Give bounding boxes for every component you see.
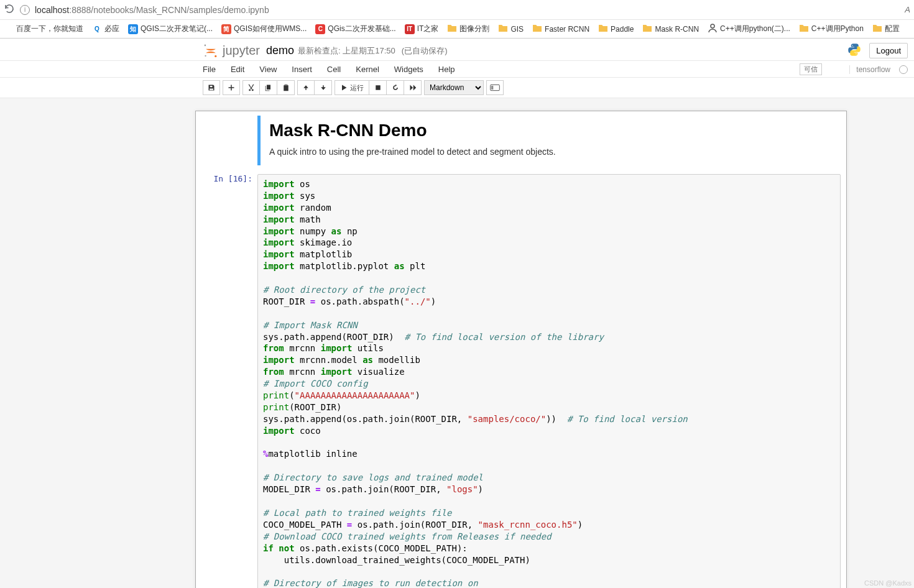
markdown-cell[interactable]: Mask R-CNN Demo A quick intro to using t…	[196, 111, 846, 170]
reload-icon[interactable]	[4, 3, 15, 16]
code-cell[interactable]: In [16]: import os import sys import ran…	[196, 170, 846, 588]
url-host: localhost	[35, 5, 69, 15]
bookmark-label: 必应	[104, 24, 119, 34]
menu-edit[interactable]: Edit	[231, 65, 244, 74]
markdown-title: Mask R-CNN Demo	[269, 121, 834, 140]
svg-rect-4	[376, 85, 381, 90]
bookmark-label: C++调用Python	[811, 24, 864, 34]
url-path: /notebooks/Mask_RCNN/samples/demo.ipynb	[91, 5, 269, 15]
notebook-background: Mask R-CNN Demo A quick intro to using t…	[0, 98, 914, 588]
bookmark-label: IT之家	[417, 24, 439, 34]
site-icon: 知	[128, 24, 138, 34]
paste-button[interactable]	[277, 80, 295, 95]
url-port: :8888	[69, 5, 91, 15]
jupyter-header: jupyter demo 最新检查点: 上星期五17:50 (已自动保存) Lo…	[0, 39, 914, 61]
move-up-button[interactable]	[297, 80, 315, 95]
kernel-status-icon	[899, 65, 908, 74]
bookmark-item[interactable]: Paddle	[598, 24, 634, 34]
bookmark-label: QGIS二次开发笔记(...	[141, 24, 213, 34]
folder-icon	[498, 24, 508, 34]
copy-button[interactable]	[260, 80, 277, 95]
ai-badge: A	[905, 5, 910, 14]
bookmark-item[interactable]: 配置	[872, 24, 900, 34]
menu-file[interactable]: File	[203, 65, 216, 74]
code-editor[interactable]: import os import sys import random impor…	[257, 174, 841, 588]
bookmark-item[interactable]: Q必应	[92, 24, 119, 34]
site-icon	[708, 23, 718, 35]
menu-cell[interactable]: Cell	[327, 65, 341, 74]
celltype-select[interactable]: CodeMarkdownRaw NBConvertHeading	[424, 80, 484, 95]
interrupt-button[interactable]	[369, 80, 387, 95]
bookmark-label: 配置	[885, 24, 900, 34]
site-icon	[4, 24, 14, 34]
bookmark-item[interactable]: 图像分割	[447, 24, 489, 34]
svg-point-2	[215, 55, 216, 57]
svg-point-1	[205, 44, 206, 46]
notebook-name[interactable]: demo	[266, 44, 294, 57]
menu-help[interactable]: Help	[438, 65, 455, 74]
folder-icon	[598, 24, 608, 34]
bookmark-label: GIS	[510, 25, 524, 34]
bookmark-item[interactable]: C++调用Python	[799, 24, 864, 34]
checkpoint-text: 最新检查点: 上星期五17:50	[298, 45, 395, 57]
site-info-icon[interactable]: i	[20, 5, 30, 15]
notebook-container: Mask R-CNN Demo A quick intro to using t…	[195, 111, 847, 588]
toolbar: 运行 CodeMarkdownRaw NBConvertHeading	[0, 78, 914, 98]
browser-address-bar: i localhost:8888/notebooks/Mask_RCNN/sam…	[0, 0, 914, 20]
bookmark-item[interactable]: ITIT之家	[405, 24, 439, 34]
menu-widgets[interactable]: Widgets	[394, 65, 423, 74]
insert-cell-button[interactable]	[223, 80, 240, 95]
autosave-text: (已自动保存)	[402, 45, 448, 57]
bookmark-item[interactable]: GIS	[498, 24, 524, 34]
bookmark-label: QGIS如何使用WMS...	[234, 24, 307, 34]
python-logo-icon	[847, 42, 862, 59]
bookmark-item[interactable]: 简QGIS如何使用WMS...	[221, 24, 307, 34]
bookmark-label: Mask R-CNN	[655, 25, 699, 34]
cut-button[interactable]	[242, 80, 260, 95]
site-icon: 简	[221, 24, 231, 34]
menu-insert[interactable]: Insert	[292, 65, 312, 74]
bookmark-item[interactable]: CQGis二次开发基础...	[315, 24, 395, 34]
bookmark-label: QGis二次开发基础...	[328, 24, 395, 34]
prompt-empty	[201, 116, 257, 165]
markdown-subtitle: A quick intro to using the pre-trained m…	[269, 147, 834, 157]
bookmark-item[interactable]: 知QGIS二次开发笔记(...	[128, 24, 213, 34]
run-label: 运行	[350, 83, 364, 93]
kernel-name[interactable]: tensorflow	[849, 65, 890, 74]
svg-point-0	[711, 24, 714, 28]
trusted-indicator[interactable]: 可信	[800, 63, 822, 75]
bookmark-label: Faster RCNN	[545, 25, 589, 34]
site-icon: Q	[92, 24, 102, 34]
command-palette-button[interactable]	[486, 80, 504, 95]
bookmark-item[interactable]: C++调用python(二)...	[708, 23, 790, 35]
watermark: CSDN @Kadxs	[864, 579, 912, 587]
jupyter-logo[interactable]: jupyter	[203, 43, 260, 59]
jupyter-brand-text: jupyter	[223, 44, 260, 58]
site-icon: IT	[405, 24, 415, 34]
svg-rect-8	[491, 88, 493, 89]
save-button[interactable]	[203, 80, 220, 95]
url-text[interactable]: localhost:8888/notebooks/Mask_RCNN/sampl…	[35, 5, 269, 15]
restart-run-all-button[interactable]	[404, 80, 422, 95]
site-icon: C	[315, 24, 325, 34]
folder-icon	[532, 24, 542, 34]
bookmark-label: 图像分割	[459, 24, 489, 34]
svg-rect-6	[491, 86, 493, 86]
menu-bar: FileEditViewInsertCellKernelWidgetsHelp …	[0, 61, 914, 78]
bookmark-item[interactable]: 百度一下，你就知道	[4, 24, 83, 34]
restart-button[interactable]	[387, 80, 404, 95]
move-down-button[interactable]	[315, 80, 332, 95]
bookmark-label: 百度一下，你就知道	[16, 24, 83, 34]
bookmark-item[interactable]: Faster RCNN	[532, 24, 589, 34]
logout-button[interactable]: Logout	[869, 43, 908, 58]
run-button[interactable]: 运行	[335, 80, 369, 95]
folder-icon	[642, 24, 652, 34]
svg-rect-7	[491, 87, 493, 88]
menu-kernel[interactable]: Kernel	[356, 65, 379, 74]
bookmark-item[interactable]: Mask R-CNN	[642, 24, 699, 34]
menu-view[interactable]: View	[259, 65, 277, 74]
bookmark-label: C++调用python(二)...	[720, 24, 790, 34]
markdown-render: Mask R-CNN Demo A quick intro to using t…	[257, 116, 841, 165]
folder-icon	[447, 24, 457, 34]
bookmarks-bar: 百度一下，你就知道Q必应知QGIS二次开发笔记(...简QGIS如何使用WMS.…	[0, 20, 914, 39]
